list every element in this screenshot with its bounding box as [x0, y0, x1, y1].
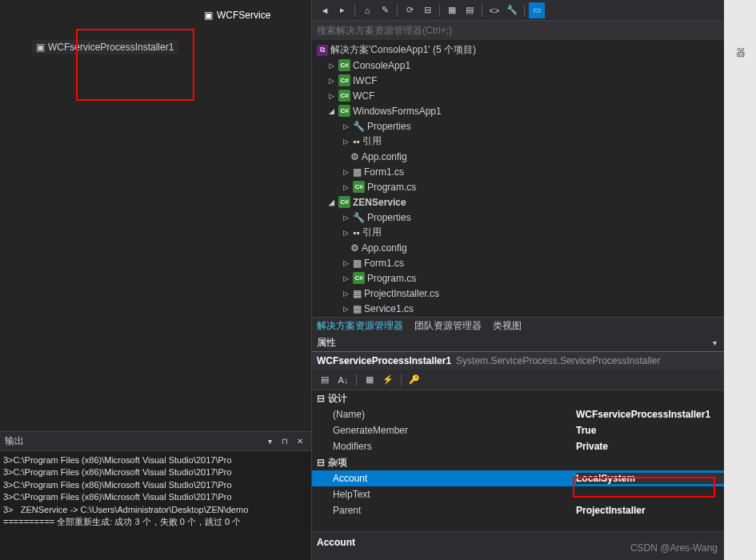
expand-icon[interactable]: ▷ [341, 274, 350, 282]
config-icon: ⚙ [350, 242, 359, 254]
cs-file-icon: C# [353, 272, 365, 284]
expand-icon[interactable]: ▷ [326, 62, 336, 70]
installer-icon: ▦ [353, 288, 362, 299]
collapse-icon[interactable]: ⊟ [419, 2, 435, 18]
code-icon[interactable]: <> [486, 2, 502, 18]
property-row-account[interactable]: AccountLocalSystem [312, 470, 756, 486]
designer-title: ▣ WCFService [204, 10, 270, 21]
object-name: WCFserviceProcessInstaller1 [317, 355, 451, 366]
csharp-icon: C# [338, 59, 350, 71]
solution-node[interactable]: ⧉解决方案'ConsoleApp1' (5 个项目) [312, 42, 756, 58]
properties-title: 属性 [317, 336, 706, 350]
tree-item[interactable]: ▷▪▪引用 [312, 225, 756, 240]
expand-icon[interactable]: ▷ [326, 92, 336, 100]
expand-icon[interactable]: ▷ [341, 305, 350, 313]
expand-icon[interactable]: ▷ [341, 290, 350, 298]
expand-icon[interactable]: ▷ [341, 183, 350, 191]
dropdown-icon[interactable]: ▾ [708, 337, 721, 350]
watermark: CSDN @Ares-Wang [630, 542, 718, 554]
properties-icon[interactable]: ▤ [462, 2, 478, 18]
highlight-box-1 [76, 29, 194, 101]
close-icon[interactable]: ✕ [294, 435, 306, 448]
csharp-icon: C# [338, 105, 350, 117]
project-node[interactable]: ▷C#IWCF [312, 73, 756, 88]
expand-icon[interactable]: ▷ [341, 138, 350, 146]
properties-object-selector[interactable]: WCFserviceProcessInstaller1 System.Servi… [312, 352, 756, 370]
designer-title-text: WCFService [217, 10, 270, 21]
form-icon: ▦ [353, 258, 362, 269]
tree-item[interactable]: ⚙App.config [312, 240, 756, 255]
output-panel: 输出 ▾ ⊓ ✕ 3>C:\Program Files (x86)\Micros… [0, 432, 311, 560]
tab-solution-explorer[interactable]: 解决方案资源管理器 [317, 319, 403, 333]
categorized-icon[interactable]: ▤ [317, 372, 333, 388]
home-icon[interactable]: ⌂ [359, 2, 375, 18]
collapse-icon[interactable]: ◢ [326, 107, 336, 115]
solution-toolbar: ◄ ▸ ⌂ ✎ ⟳ ⊟ ▦ ▤ <> 🔧 ▭ [312, 0, 756, 21]
back-icon[interactable]: ◄ [317, 2, 333, 18]
properties-toolbar: ▤ A↓ ▦ ⚡ 🔑 不然服务安装不了 [312, 370, 756, 390]
forward-icon[interactable]: ▸ [334, 2, 350, 18]
output-header: 输出 ▾ ⊓ ✕ [0, 432, 311, 451]
solution-tree[interactable]: ⧉解决方案'ConsoleApp1' (5 个项目) ▷C#ConsoleApp… [312, 40, 756, 317]
expand-icon[interactable]: ▷ [341, 214, 350, 222]
properties-panel: 属性 ▾ ⊓ ✕ WCFserviceProcessInstaller1 Sys… [312, 334, 756, 560]
category-design[interactable]: ⊟设计 [312, 390, 756, 406]
service-icon: ▦ [353, 303, 362, 314]
property-row[interactable]: HelpText [312, 486, 756, 502]
category-misc[interactable]: ⊟杂项 [312, 454, 756, 470]
collapse-icon[interactable]: ⊟ [317, 457, 325, 468]
property-row[interactable]: ParentProjectInstaller [312, 502, 756, 518]
property-row[interactable]: (Name)WCFserviceProcessInstaller1 [312, 406, 756, 422]
pin-icon[interactable]: ⊓ [278, 435, 291, 448]
tree-item[interactable]: ▷▪▪引用 [312, 134, 756, 149]
output-content[interactable]: 3>C:\Program Files (x86)\Microsoft Visua… [0, 451, 311, 560]
tree-item[interactable]: ▷C#Program.cs [312, 179, 756, 194]
expand-icon[interactable]: ▷ [341, 168, 350, 176]
events-icon[interactable]: ⚡ [380, 372, 396, 388]
solution-search[interactable]: ρ ▾ [312, 21, 756, 40]
project-node[interactable]: ▷C#ConsoleApp1 [312, 58, 756, 73]
property-row[interactable]: GenerateMemberTrue [312, 422, 756, 438]
csharp-icon: C# [338, 196, 350, 208]
expand-icon[interactable]: ▷ [341, 122, 350, 130]
tree-item[interactable]: ▷▦Service1.cs [312, 301, 756, 316]
properties-grid[interactable]: ⊟设计 (Name)WCFserviceProcessInstaller1 Ge… [312, 390, 756, 531]
tree-item[interactable]: ▷C#Program.cs [312, 270, 756, 286]
collapse-icon[interactable]: ⊟ [317, 393, 325, 404]
expand-icon[interactable]: ▷ [341, 229, 350, 237]
property-row[interactable]: ModifiersPrivate [312, 438, 756, 454]
pages-icon[interactable]: 🔑 [406, 372, 422, 388]
tree-item[interactable]: ▷▦ProjectInstaller.cs [312, 286, 756, 301]
alphabetical-icon[interactable]: A↓ [335, 372, 351, 388]
dropdown-icon[interactable]: ▾ [263, 435, 276, 448]
project-node-active[interactable]: ◢C#ZENService [312, 194, 756, 210]
tree-item[interactable]: ⚙App.config [312, 149, 756, 164]
tab-team-explorer[interactable]: 团队资源管理器 [414, 319, 482, 333]
tool-icon[interactable]: ✎ [377, 2, 393, 18]
props-icon[interactable]: ▦ [362, 372, 378, 388]
tree-item[interactable]: ▷▦Form1.cs [312, 255, 756, 270]
output-title: 输出 [5, 434, 261, 448]
show-all-icon[interactable]: ▦ [444, 2, 460, 18]
tree-item[interactable]: ▷▦Form1.cs [312, 164, 756, 179]
component-icon: ▣ [36, 42, 45, 53]
project-node[interactable]: ▷C#WCF [312, 88, 756, 103]
view-icon[interactable]: ▭ [529, 2, 545, 18]
refresh-icon[interactable]: ⟳ [402, 2, 418, 18]
wrench-icon[interactable]: 🔧 [504, 2, 520, 18]
wrench-icon: 🔧 [353, 121, 365, 132]
right-dock-strip[interactable]: 器 [724, 0, 756, 560]
search-input[interactable] [317, 25, 738, 36]
tab-class-view[interactable]: 类视图 [493, 319, 522, 333]
tree-item[interactable]: ▷🔧Properties [312, 210, 756, 225]
csharp-icon: C# [338, 90, 350, 102]
designer-surface[interactable]: ▣ WCFService ▣ WCFserviceProcessInstalle… [0, 0, 311, 432]
expand-icon[interactable]: ▷ [326, 77, 336, 85]
collapse-icon[interactable]: ◢ [326, 198, 336, 206]
project-node[interactable]: ◢C#WindowsFormsApp1 [312, 103, 756, 118]
expand-icon[interactable]: ▷ [341, 259, 350, 267]
tree-item[interactable]: ▷🔧Properties [312, 118, 756, 134]
object-type: System.ServiceProcess.ServiceProcessInst… [456, 355, 660, 366]
ref-icon: ▪▪ [353, 136, 360, 147]
config-icon: ⚙ [350, 151, 359, 162]
